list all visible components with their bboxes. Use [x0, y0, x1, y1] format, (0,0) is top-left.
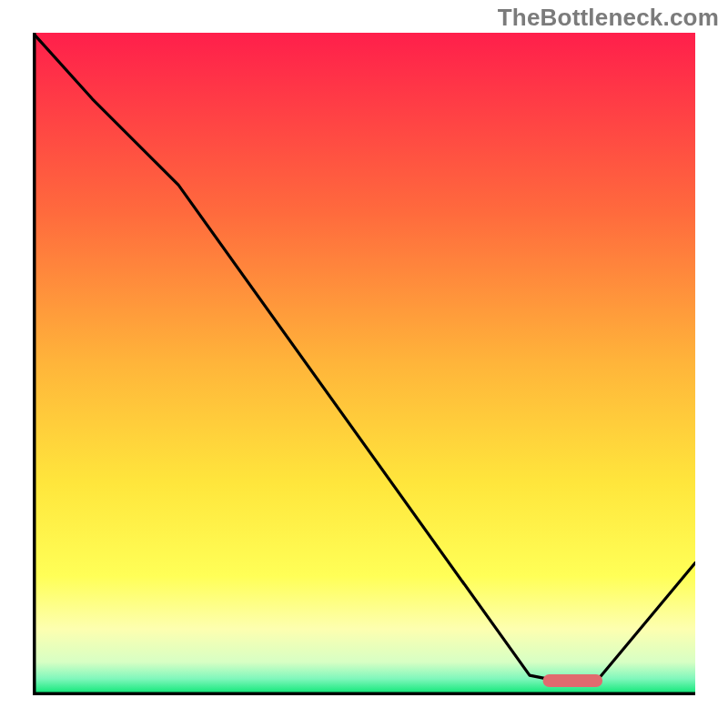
bottleneck-chart	[33, 33, 695, 695]
chart-container: TheBottleneck.com	[0, 0, 728, 728]
plot-area	[33, 33, 695, 695]
optimal-range-marker	[543, 674, 603, 687]
gradient-background	[33, 33, 695, 695]
watermark-text: TheBottleneck.com	[498, 4, 719, 32]
